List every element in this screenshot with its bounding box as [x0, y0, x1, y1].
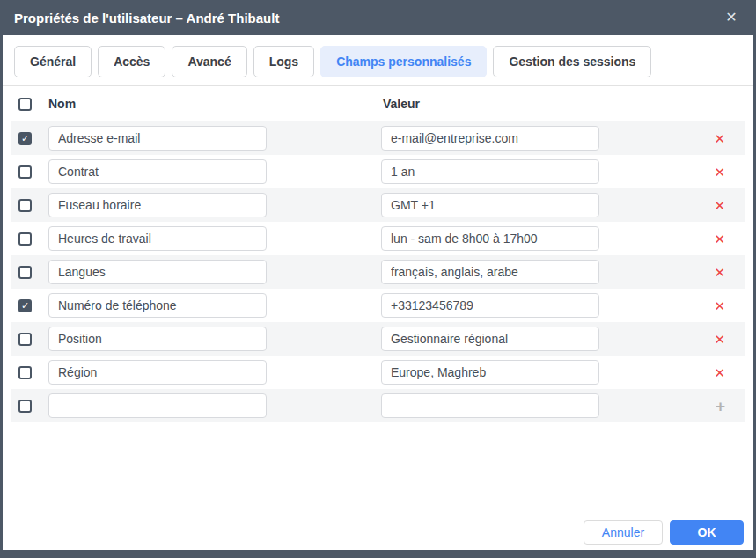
delete-row-icon[interactable]: ✕ — [714, 366, 725, 379]
row-checkbox[interactable] — [18, 199, 32, 212]
row-checkbox[interactable] — [18, 333, 32, 346]
row-action-cell: ✕ — [599, 266, 745, 279]
field-value-input[interactable] — [381, 159, 599, 184]
row-action-cell: ✕ — [599, 232, 745, 246]
field-name-input[interactable] — [48, 226, 267, 251]
field-name-input[interactable] — [48, 260, 267, 284]
tab-general[interactable]: Général — [14, 46, 92, 77]
row-action-cell: ✕ — [599, 199, 745, 212]
row-action-cell: ✕ — [599, 333, 745, 346]
row-checkbox-cell — [11, 232, 48, 246]
delete-row-icon[interactable]: ✕ — [714, 299, 725, 312]
field-value-input[interactable] — [381, 126, 599, 151]
field-value-input[interactable] — [381, 226, 599, 251]
table-body: ✓✕✕✕✕✕✓✕✕✕+ — [3, 121, 753, 422]
user-properties-dialog: Propriétés de l'utilisateur – André Thib… — [0, 0, 756, 558]
row-name-cell — [48, 159, 381, 184]
row-action-cell: ✕ — [599, 165, 745, 179]
field-name-input[interactable] — [48, 126, 267, 151]
tab-avance[interactable]: Avancé — [172, 46, 246, 77]
close-icon[interactable]: ✕ — [721, 7, 742, 28]
delete-row-icon[interactable]: ✕ — [714, 132, 725, 145]
table-row: ✕ — [11, 222, 745, 255]
row-checkbox-cell — [11, 165, 48, 179]
delete-row-icon[interactable]: ✕ — [714, 199, 725, 212]
row-checkbox-cell — [11, 333, 48, 346]
row-action-cell: + — [599, 398, 745, 415]
row-value-cell — [381, 193, 599, 217]
table-row: ✕ — [11, 188, 745, 222]
field-name-input[interactable] — [48, 193, 267, 217]
table-header-row: Nom Valeur — [11, 86, 745, 121]
tab-champs-personnalises[interactable]: Champs personnalisés — [320, 46, 487, 77]
field-value-input[interactable] — [381, 260, 599, 284]
delete-row-icon[interactable]: ✕ — [714, 333, 725, 346]
row-action-cell: ✕ — [599, 366, 745, 379]
table-row: + — [11, 389, 745, 422]
row-checkbox-cell — [11, 366, 48, 379]
row-value-cell — [381, 360, 599, 385]
select-all-checkbox[interactable] — [18, 98, 32, 111]
tab-logs[interactable]: Logs — [253, 46, 314, 77]
column-header-nom: Nom — [48, 97, 76, 111]
table-row: ✕ — [11, 322, 745, 356]
delete-row-icon[interactable]: ✕ — [714, 266, 725, 279]
row-checkbox[interactable] — [18, 232, 32, 246]
header-name-cell: Nom — [48, 97, 381, 111]
tab-gestion-des-sessions[interactable]: Gestion des sessions — [493, 46, 651, 77]
row-name-cell — [48, 260, 381, 284]
table-row: ✓✕ — [11, 121, 745, 155]
delete-row-icon[interactable]: ✕ — [714, 232, 725, 246]
field-value-input[interactable] — [381, 193, 599, 217]
dialog-content: GénéralAccèsAvancéLogsChamps personnalis… — [3, 35, 753, 550]
field-value-input[interactable] — [381, 293, 599, 318]
row-value-cell — [381, 393, 599, 418]
ok-button[interactable]: OK — [670, 520, 744, 545]
field-name-input[interactable] — [48, 360, 267, 385]
row-checkbox-cell — [11, 400, 48, 413]
row-action-cell: ✕ — [599, 132, 745, 145]
field-value-input[interactable] — [381, 360, 599, 385]
row-checkbox-cell — [11, 266, 48, 279]
row-checkbox[interactable] — [18, 165, 32, 179]
dialog-titlebar: Propriétés de l'utilisateur – André Thib… — [0, 0, 756, 35]
field-value-input[interactable] — [381, 327, 599, 351]
table-row: ✓✕ — [11, 289, 745, 322]
header-value-cell: Valeur — [381, 97, 599, 111]
field-name-input[interactable] — [48, 327, 267, 351]
row-value-cell — [381, 159, 599, 184]
row-name-cell — [48, 293, 381, 318]
header-checkbox-cell — [11, 98, 48, 111]
row-name-cell — [48, 393, 381, 418]
row-name-cell — [48, 226, 381, 251]
field-value-input[interactable] — [381, 393, 599, 418]
row-value-cell — [381, 126, 599, 151]
row-name-cell — [48, 360, 381, 385]
row-name-cell — [48, 327, 381, 351]
cancel-button[interactable]: Annuler — [584, 520, 663, 545]
table-row: ✕ — [11, 155, 745, 188]
column-header-valeur: Valeur — [383, 97, 420, 111]
row-checkbox-cell: ✓ — [11, 299, 48, 312]
row-value-cell — [381, 226, 599, 251]
row-checkbox[interactable]: ✓ — [18, 299, 32, 312]
row-checkbox[interactable] — [18, 400, 32, 413]
row-checkbox-cell — [11, 199, 48, 212]
row-checkbox-cell: ✓ — [11, 132, 48, 145]
field-name-input[interactable] — [48, 293, 267, 318]
tab-bar: GénéralAccèsAvancéLogsChamps personnalis… — [3, 35, 753, 86]
add-row-icon[interactable]: + — [716, 398, 725, 415]
row-checkbox[interactable] — [18, 266, 32, 279]
row-checkbox[interactable]: ✓ — [18, 132, 32, 145]
field-name-input[interactable] — [48, 393, 267, 418]
row-action-cell: ✕ — [599, 299, 745, 312]
field-name-input[interactable] — [48, 159, 267, 184]
tab-acces[interactable]: Accès — [98, 46, 165, 77]
row-checkbox[interactable] — [18, 366, 32, 379]
row-value-cell — [381, 327, 599, 351]
row-name-cell — [48, 193, 381, 217]
row-name-cell — [48, 126, 381, 151]
dialog-title: Propriétés de l'utilisateur – André Thib… — [14, 11, 279, 26]
table-row: ✕ — [11, 255, 745, 289]
delete-row-icon[interactable]: ✕ — [714, 165, 725, 179]
